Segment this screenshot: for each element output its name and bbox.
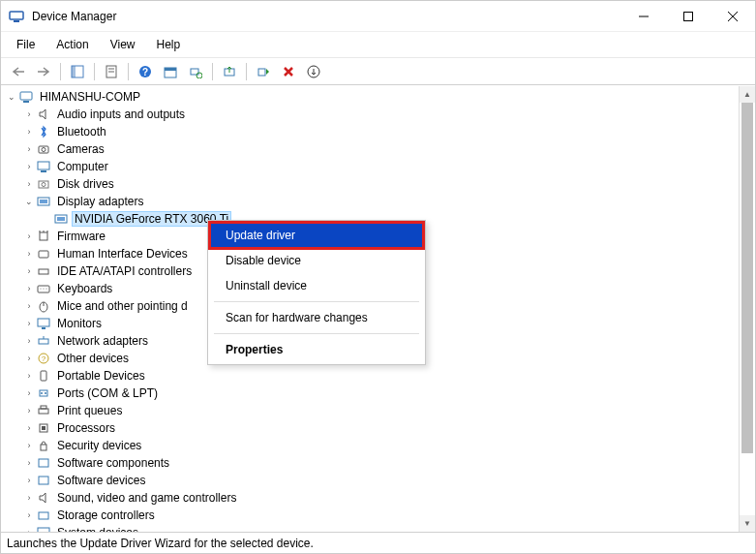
root-node[interactable]: ⌄ HIMANSHU-COMP <box>1 88 739 106</box>
svg-rect-50 <box>41 371 46 381</box>
svg-point-27 <box>42 183 45 187</box>
scroll-down-button[interactable]: ▼ <box>740 515 755 532</box>
category-portable[interactable]: ›Portable Devices <box>1 367 739 385</box>
expand-icon[interactable]: › <box>22 439 36 452</box>
category-label: Processors <box>55 421 117 435</box>
category-label: Print queues <box>55 404 124 417</box>
expand-icon[interactable]: › <box>22 230 36 243</box>
window-controls <box>621 1 755 32</box>
help-button[interactable]: ? <box>134 61 157 82</box>
category-printq[interactable]: ›Print queues <box>1 402 739 419</box>
category-processors[interactable]: ›Processors <box>1 419 739 437</box>
system-icon <box>36 525 51 532</box>
category-label: System devices <box>55 526 140 532</box>
expand-icon[interactable]: › <box>22 386 36 400</box>
menu-uninstall-device[interactable]: Uninstall device <box>210 273 423 298</box>
expand-icon[interactable]: › <box>22 160 36 173</box>
category-soundvg[interactable]: ›Sound, video and game controllers <box>1 489 739 507</box>
close-button[interactable] <box>711 1 755 32</box>
scrollbar-thumb[interactable] <box>740 103 755 515</box>
category-ports[interactable]: ›Ports (COM & LPT) <box>1 385 739 402</box>
expand-icon[interactable]: › <box>22 264 36 278</box>
expand-icon[interactable]: › <box>22 421 36 435</box>
menu-disable-device[interactable]: Disable device <box>210 248 423 273</box>
expand-icon[interactable]: › <box>22 142 36 156</box>
category-disk[interactable]: ›Disk drives <box>1 175 739 193</box>
properties-button[interactable] <box>100 61 123 82</box>
category-label: Sound, video and game controllers <box>55 491 238 505</box>
vertical-scrollbar[interactable]: ▲ ▼ <box>739 86 755 532</box>
toolbar: ? <box>1 58 755 85</box>
uninstall-device-button[interactable] <box>277 61 300 82</box>
expand-icon[interactable]: › <box>22 108 36 121</box>
category-swdev[interactable]: ›Software devices <box>1 472 739 489</box>
category-cameras[interactable]: ›Cameras <box>1 140 739 158</box>
menu-view[interactable]: View <box>101 34 145 55</box>
portable-icon <box>36 368 51 384</box>
menu-scan-hardware[interactable]: Scan for hardware changes <box>210 305 423 330</box>
spacer <box>40 212 53 226</box>
category-security[interactable]: ›Security devices <box>1 437 739 454</box>
expand-icon[interactable]: › <box>22 404 36 417</box>
action-button[interactable] <box>159 61 182 82</box>
expand-icon[interactable]: › <box>22 282 36 295</box>
category-label: Monitors <box>55 317 104 330</box>
category-swcomp[interactable]: ›Software components <box>1 454 739 472</box>
menu-help[interactable]: Help <box>147 34 191 55</box>
computer-icon <box>36 159 51 174</box>
add-legacy-hardware-button[interactable] <box>302 61 325 82</box>
collapse-icon[interactable]: ⌄ <box>5 90 18 104</box>
svg-rect-59 <box>39 459 48 467</box>
svg-point-52 <box>41 392 43 394</box>
disable-device-button[interactable] <box>252 61 275 82</box>
expand-icon[interactable]: › <box>22 369 36 383</box>
expand-icon[interactable]: › <box>22 456 36 470</box>
scroll-up-button[interactable]: ▲ <box>740 86 755 103</box>
category-display[interactable]: ⌄Display adapters <box>1 193 739 210</box>
minimize-button[interactable] <box>621 1 666 32</box>
expand-icon[interactable]: › <box>22 177 36 191</box>
menu-file[interactable]: File <box>7 34 45 55</box>
expand-icon[interactable]: › <box>22 352 36 365</box>
expand-icon[interactable]: › <box>22 125 36 138</box>
context-menu: Update driver Disable device Uninstall d… <box>207 220 426 365</box>
disk-icon <box>36 176 51 192</box>
category-audio[interactable]: ›Audio inputs and outputs <box>1 106 739 123</box>
category-computer[interactable]: ›Computer <box>1 158 739 175</box>
svg-point-40 <box>44 289 45 290</box>
expand-icon[interactable]: › <box>22 247 36 261</box>
expand-icon[interactable]: › <box>22 526 36 532</box>
forward-button[interactable] <box>32 61 55 82</box>
category-bluetooth[interactable]: ›Bluetooth <box>1 123 739 140</box>
scan-hardware-button[interactable] <box>184 61 207 82</box>
svg-rect-24 <box>38 162 49 169</box>
svg-point-23 <box>42 148 45 152</box>
svg-rect-54 <box>39 409 48 414</box>
category-label: Software components <box>55 456 171 470</box>
menu-properties[interactable]: Properties <box>210 337 423 362</box>
toolbar-separator <box>128 63 129 80</box>
processor-icon <box>36 420 51 436</box>
menu-update-driver[interactable]: Update driver <box>210 223 423 248</box>
svg-rect-55 <box>41 406 46 409</box>
svg-text:?: ? <box>42 354 46 363</box>
category-label: Bluetooth <box>55 125 108 138</box>
maximize-button[interactable] <box>666 1 711 32</box>
update-driver-button[interactable] <box>218 61 241 82</box>
svg-rect-0 <box>10 12 23 19</box>
expand-icon[interactable]: › <box>22 317 36 330</box>
collapse-icon[interactable]: ⌄ <box>22 195 36 208</box>
show-hide-tree-button[interactable] <box>66 61 89 82</box>
ports-icon <box>36 385 51 401</box>
back-button[interactable] <box>7 61 30 82</box>
menu-action[interactable]: Action <box>46 34 98 55</box>
software-icon <box>36 455 51 471</box>
expand-icon[interactable]: › <box>22 474 36 487</box>
category-sysdev[interactable]: ›System devices <box>1 524 739 532</box>
expand-icon[interactable]: › <box>22 334 36 348</box>
expand-icon[interactable]: › <box>22 508 36 522</box>
expand-icon[interactable]: › <box>22 299 36 313</box>
expand-icon[interactable]: › <box>22 491 36 505</box>
window-title: Device Manager <box>32 10 621 23</box>
category-storage[interactable]: ›Storage controllers <box>1 507 739 524</box>
